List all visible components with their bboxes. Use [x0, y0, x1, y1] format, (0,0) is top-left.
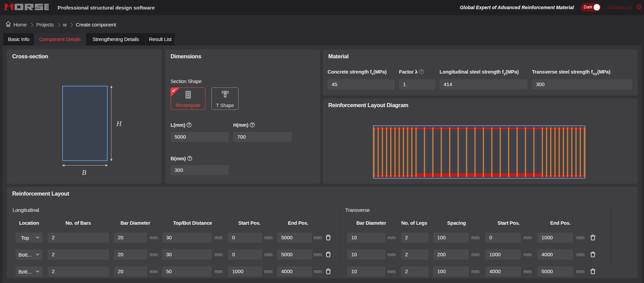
svg-text:?: ? — [420, 70, 422, 74]
svg-text:B: B — [82, 168, 86, 177]
svg-text:?: ? — [188, 123, 190, 127]
svg-text:H: H — [116, 120, 122, 128]
svg-text:?: ? — [188, 157, 191, 160]
svg-text:?: ? — [251, 123, 253, 127]
